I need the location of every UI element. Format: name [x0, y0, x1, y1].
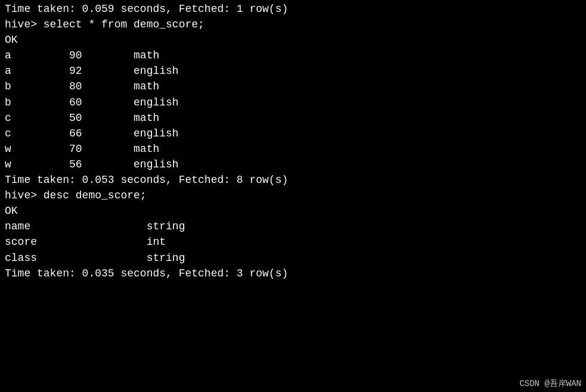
terminal-line: b 80 math [5, 79, 581, 94]
terminal-line: Time taken: 0.035 seconds, Fetched: 3 ro… [5, 266, 581, 281]
terminal-line: class string [5, 250, 581, 266]
terminal-line: OK [5, 203, 581, 219]
terminal-line: c 66 english [5, 126, 581, 141]
terminal-line: w 56 english [5, 157, 581, 172]
terminal-line: Time taken: 0.059 seconds, Fetched: 1 ro… [5, 1, 581, 17]
terminal-line: score int [5, 234, 581, 250]
terminal-line: a 92 english [5, 63, 581, 79]
terminal-line: name string [5, 219, 581, 234]
terminal-line: a 90 math [5, 48, 581, 63]
terminal-line: Time taken: 0.053 seconds, Fetched: 8 ro… [5, 172, 581, 188]
terminal-line: hive> desc demo_score; [5, 188, 581, 203]
terminal-line: OK [5, 32, 581, 48]
terminal-line: c 50 math [5, 110, 581, 126]
terminal-line: hive> select * from demo_score; [5, 17, 581, 32]
watermark: CSDN @吾岸WAN [519, 378, 581, 390]
terminal-window: Time taken: 0.059 seconds, Fetched: 1 ro… [0, 0, 586, 392]
terminal-line: w 70 math [5, 141, 581, 157]
terminal-line: b 60 english [5, 95, 581, 110]
